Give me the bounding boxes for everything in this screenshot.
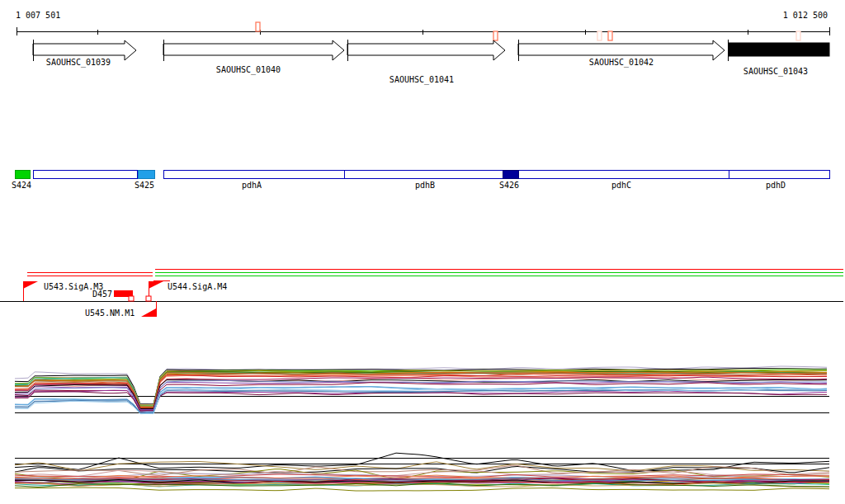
segment-label: pdhA [242,181,262,190]
gene-box-SAOUHSC_01043[interactable] [729,43,829,56]
segment-box-S424[interactable] [15,170,30,178]
ruler-marker[interactable] [608,31,612,40]
segment-label: S424 [12,181,31,190]
segment-box-S426[interactable] [503,170,518,178]
gene-arrow-SAOUHSC_01040[interactable] [163,40,344,60]
gene-label: SAOUHSC_01043 [744,68,808,76]
tss-box-label: D457 [92,290,112,299]
tss-label: U544.SigA.M4 [168,283,227,291]
tss-square-marker[interactable] [146,296,151,301]
ruler-marker[interactable] [597,31,602,40]
segment-label: S426 [499,181,519,190]
ruler-marker[interactable] [796,31,800,40]
segment-box-pdh[interactable] [163,170,829,178]
segment-label: pdhC [611,181,631,190]
gene-arrow-SAOUHSC_01041[interactable] [347,40,505,60]
gene-label: SAOUHSC_01040 [216,66,281,74]
segment-label: S425 [135,181,154,190]
tss-flag-U543.SigA.M3[interactable] [23,281,38,289]
segment-box-seg1[interactable] [33,170,137,178]
gene-label: SAOUHSC_01039 [46,59,111,67]
ruler-end-coordinate: 1 012 500 [783,12,828,20]
segment-label: pdhB [415,181,435,190]
tss-flag-U545.NM.M1[interactable] [141,309,156,317]
tss-square-marker[interactable] [129,296,134,301]
gene-label: SAOUHSC_01041 [389,76,454,84]
segment-label: pdhD [766,181,786,190]
tss-label: U545.NM.M1 [85,309,135,318]
genome-browser-view: 1 007 501 1 012 500 SAOUHSC_01039SAOUHSC… [0,0,845,504]
expression-trace-reverse [15,488,829,491]
ruler-start-coordinate: 1 007 501 [16,12,60,20]
ruler-marker[interactable] [256,22,260,31]
ruler-marker[interactable] [493,31,498,40]
segment-box-S425[interactable] [138,170,154,178]
gene-label: SAOUHSC_01042 [589,59,654,67]
tss-flag-U544.SigA.M4[interactable] [149,281,163,289]
